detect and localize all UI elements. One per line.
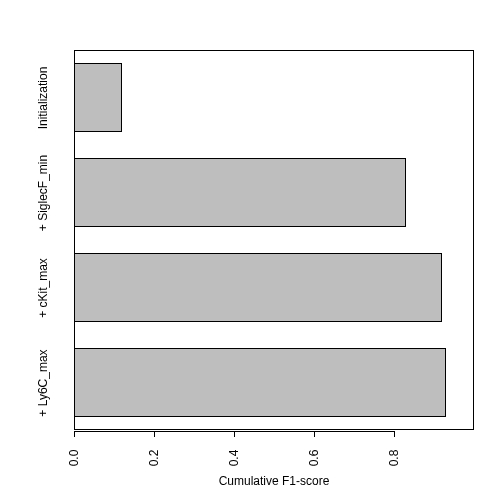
bar-3: [74, 348, 446, 416]
x-tick-label: 0.4: [227, 438, 241, 478]
x-tick: [394, 431, 395, 437]
bar-2: [74, 253, 442, 321]
x-tick-label: 0.0: [67, 438, 81, 478]
bar-0: [74, 63, 122, 131]
x-tick: [74, 431, 75, 437]
x-tick: [314, 431, 315, 437]
category-label-1: + SiglecF_min: [36, 143, 52, 243]
x-tick-label: 0.2: [147, 438, 161, 478]
category-label-2: + cKit_max: [36, 238, 52, 338]
x-tick-label: 0.8: [387, 438, 401, 478]
x-tick-label: 0.6: [307, 438, 321, 478]
x-axis-title: Cumulative F1-score: [74, 474, 474, 488]
x-tick: [234, 431, 235, 437]
bar-1: [74, 158, 406, 226]
category-label-0: Initialization: [36, 48, 52, 148]
x-tick: [154, 431, 155, 437]
category-label-3: + Ly6C_max: [36, 333, 52, 433]
